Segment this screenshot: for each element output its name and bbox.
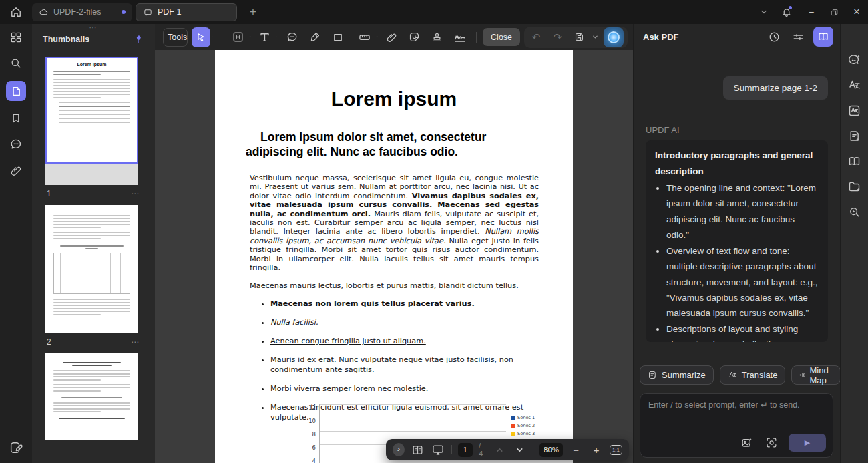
chat-area: Summarize page 1-2 UPDF AI Introductory … [634, 49, 840, 358]
cloud-icon [39, 7, 49, 17]
prompt-input[interactable] [640, 394, 833, 431]
thumbnails-panel-button[interactable] [6, 81, 26, 101]
ai-translate-page-button[interactable] [846, 102, 863, 119]
send-button[interactable]: ▶ [789, 434, 826, 452]
page-2-thumbnail[interactable] [45, 205, 138, 333]
chat-history-button[interactable] [765, 28, 783, 45]
viewport-indicator[interactable] [45, 57, 138, 164]
tools-button[interactable]: Tools [163, 28, 188, 47]
close-tool-button[interactable]: Close [483, 28, 520, 46]
save-button[interactable] [571, 29, 587, 45]
edit-heading-tool[interactable] [228, 28, 247, 47]
restore-button[interactable] [823, 0, 845, 24]
select-tool-button[interactable] [192, 27, 210, 47]
chip-label: Translate [742, 370, 778, 380]
translate-text-button[interactable] [846, 76, 863, 94]
slideshow-button[interactable] [431, 442, 445, 458]
page-number: 1 [47, 189, 51, 198]
close-window-button[interactable]: × [845, 0, 868, 24]
pdf-page-1[interactable]: Lorem ipsum Lorem ipsum dolor sit amet, … [215, 50, 573, 463]
legend-entry: Series 3 [511, 431, 535, 436]
redo-button[interactable]: ↷ [550, 29, 566, 45]
highlight-tool[interactable] [306, 28, 324, 47]
attachments-button[interactable] [7, 162, 25, 179]
chevron-down-icon[interactable] [276, 34, 278, 40]
comments-button[interactable] [7, 136, 25, 153]
ask-pdf-mode-button[interactable] [813, 27, 833, 47]
bookmarks-button[interactable] [7, 110, 25, 127]
notifications-button[interactable] [775, 0, 798, 24]
bullet-item: Aenean congue fringilla justo ut aliquam… [270, 337, 539, 347]
chevron-down-icon[interactable] [376, 34, 378, 40]
document-tab-icon [143, 7, 153, 17]
expand-bar-button[interactable]: › [393, 443, 405, 456]
zoom-out-button[interactable]: − [569, 442, 583, 458]
comment-tool[interactable] [283, 28, 302, 47]
reader-mode-button[interactable] [846, 152, 863, 170]
comment-icon [9, 138, 23, 151]
search-button[interactable] [7, 55, 25, 72]
panel-drag-handle[interactable]: ⋯ [32, 24, 155, 32]
page-1-thumbnail[interactable]: Lorem ipsum [45, 57, 138, 185]
ai-settings-button[interactable] [789, 28, 807, 45]
sticker-icon [408, 31, 421, 43]
prompt-input-box[interactable]: ▶ [640, 393, 833, 458]
signature-tool[interactable] [451, 28, 469, 47]
zoom-level[interactable]: 80% [539, 443, 563, 457]
grid-menu-button[interactable] [7, 29, 25, 46]
translate-icon [728, 370, 738, 380]
text-tool[interactable] [256, 28, 274, 47]
document-canvas[interactable]: Lorem ipsum Lorem ipsum dolor sit amet, … [155, 50, 633, 463]
chevron-down-icon[interactable] [349, 34, 351, 40]
page-more-button[interactable]: ⋯ [131, 337, 139, 347]
attach-file-tool[interactable] [383, 28, 401, 47]
zoom-in-button[interactable]: + [589, 442, 603, 458]
next-page-button[interactable] [513, 442, 527, 458]
translate-page-icon [847, 104, 861, 118]
ai-search-button[interactable] [846, 203, 863, 220]
ai-chat-button[interactable] [846, 51, 863, 68]
ai-assistant-button[interactable] [604, 27, 624, 47]
home-button[interactable] [0, 0, 32, 24]
divider [799, 7, 799, 17]
sticker-tool[interactable] [405, 28, 424, 47]
two-page-view-button[interactable] [411, 442, 425, 458]
measure-tool[interactable] [355, 28, 374, 47]
ai-files-button[interactable] [846, 178, 863, 195]
page-3-thumbnail[interactable] [45, 353, 138, 440]
insert-image-button[interactable] [739, 436, 754, 450]
actual-size-button[interactable]: 1:1 [610, 445, 622, 455]
chevron-down-icon[interactable] [212, 34, 214, 40]
minimize-button[interactable]: − [800, 0, 823, 24]
quick-actions: Summarize Translate Mind Map [634, 358, 840, 386]
pin-icon[interactable] [134, 34, 144, 45]
page-more-button[interactable]: ⋯ [131, 189, 139, 198]
page-total: / 4 [479, 442, 486, 458]
legend-entry: Series 2 [511, 423, 535, 428]
page-number-input[interactable]: 1 [458, 443, 473, 457]
divider [451, 445, 452, 454]
heading-icon [232, 31, 244, 43]
tab-pdf-1[interactable]: PDF 1 [136, 3, 237, 21]
chevron-down-icon[interactable] [592, 34, 598, 40]
mind-map-button[interactable]: Mind Map [791, 365, 840, 385]
tabs-dropdown-button[interactable] [752, 0, 775, 24]
stamp-tool[interactable] [428, 28, 447, 47]
chevron-down-icon[interactable] [249, 34, 251, 40]
comment-bubble-icon [286, 31, 298, 43]
bullet-item: Morbi viverra semper lorem nec molestie. [270, 384, 539, 394]
translate-button[interactable]: Translate [720, 365, 786, 385]
thumbnails-panel: ⋯ Thumbnails Lorem ipsum [32, 24, 155, 463]
pen-tools-button[interactable] [7, 439, 25, 456]
previous-page-button[interactable] [492, 442, 506, 458]
undo-button[interactable]: ↶ [528, 29, 544, 45]
new-tab-button[interactable]: + [246, 5, 260, 19]
ask-pdf-header: Ask PDF [634, 24, 840, 49]
ai-response-card[interactable]: Introductory paragraphs and general desc… [646, 140, 828, 342]
titlebar-controls: − × [752, 0, 868, 24]
screenshot-ocr-button[interactable] [764, 436, 779, 450]
ai-summary-button[interactable] [846, 127, 863, 144]
summarize-button[interactable]: Summarize [640, 365, 714, 385]
tab-updf-2-files[interactable]: UPDF-2-files [32, 3, 132, 21]
shapes-tool[interactable] [329, 28, 347, 47]
